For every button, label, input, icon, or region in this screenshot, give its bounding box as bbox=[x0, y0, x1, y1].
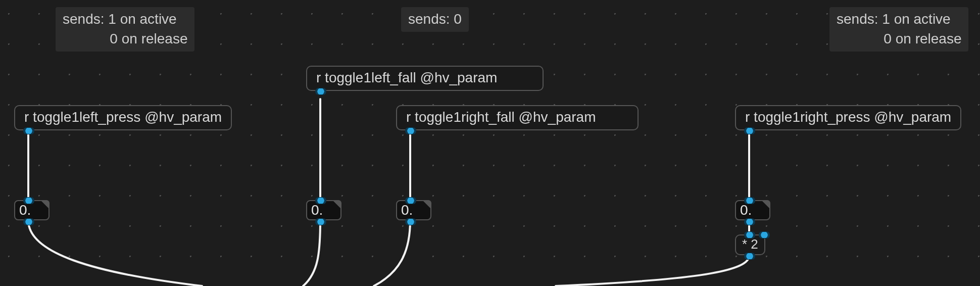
receive-toggle1left-press[interactable]: r toggle1left_press @hv_param bbox=[14, 105, 232, 130]
inlet[interactable] bbox=[23, 197, 34, 204]
comment-left-press: sends: 1 on active 0 on release bbox=[56, 7, 194, 52]
inlet[interactable] bbox=[315, 197, 326, 204]
outlet[interactable] bbox=[744, 127, 755, 134]
outlet[interactable] bbox=[315, 218, 326, 225]
outlet[interactable] bbox=[744, 218, 755, 225]
receive-toggle1left-fall[interactable]: r toggle1left_fall @hv_param bbox=[306, 66, 544, 91]
outlet[interactable] bbox=[405, 127, 416, 134]
comment-right-press: sends: 1 on active 0 on release bbox=[829, 7, 968, 52]
outlet[interactable] bbox=[405, 218, 416, 225]
outlet[interactable] bbox=[315, 88, 326, 95]
inlet[interactable] bbox=[759, 231, 770, 239]
comment-center-fall: sends: 0 bbox=[401, 7, 469, 32]
receive-toggle1right-fall[interactable]: r toggle1right_fall @hv_param bbox=[396, 105, 639, 130]
outlet[interactable] bbox=[23, 218, 34, 225]
inlet[interactable] bbox=[744, 197, 755, 204]
receive-toggle1right-press[interactable]: r toggle1right_press @hv_param bbox=[735, 105, 961, 130]
outlet[interactable] bbox=[744, 253, 755, 260]
inlet[interactable] bbox=[405, 197, 416, 204]
patcher-canvas[interactable]: sends: 1 on active 0 on release sends: 0… bbox=[0, 0, 980, 286]
outlet[interactable] bbox=[23, 127, 34, 134]
inlet[interactable] bbox=[744, 231, 755, 239]
